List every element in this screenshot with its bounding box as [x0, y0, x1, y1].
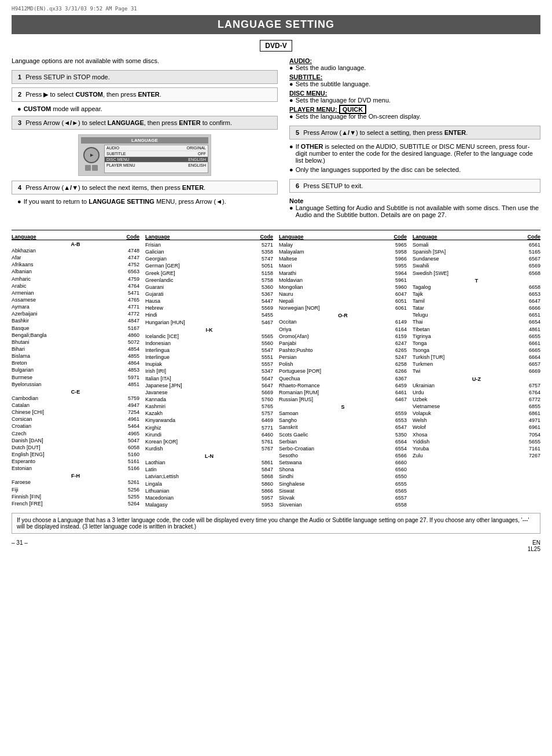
step-2-box: 2 Press ▶ to select CUSTOM, then press E… — [12, 87, 278, 102]
only-bullet: ● Only the languages supported by the di… — [289, 166, 540, 173]
note-section: Note ● Language Setting for Audio and Su… — [289, 197, 540, 218]
intro-text: Language options are not available with … — [12, 57, 278, 64]
player-menu-bullet: Sets the language for the On-screen disp… — [296, 113, 421, 120]
player-menu-label: PLAYER MENU: — [289, 106, 339, 113]
lang-col-1: Language Code A-B Abkhazian4748 Afar4747… — [12, 234, 139, 508]
step-5-box: 5 Press Arrow (▲/▼) to select a setting,… — [289, 126, 540, 140]
note-label: Note — [289, 197, 540, 204]
step-3-text: Press Arrow (◄/►) to select LANGUAGE, th… — [25, 119, 232, 126]
step-1-text: Press SETUP in STOP mode. — [25, 74, 110, 80]
page-title: LANGUAGE SETTING — [12, 15, 540, 34]
disc-menu-section: DISC MENU: ● Sets the language for DVD m… — [289, 90, 540, 104]
step-3-box: 3 Press Arrow (◄/►) to select LANGUAGE, … — [12, 116, 278, 130]
device-mockup: LANGUAGE ▶ AUDIOORIGINAL SUBTITLEOFF DIS… — [78, 134, 211, 176]
page-code: EN 1L25 — [528, 540, 540, 552]
only-text: Only the languages supported by the disc… — [296, 166, 461, 173]
language-table-section: Language Code A-B Abkhazian4748 Afar4747… — [12, 230, 540, 508]
step-2-num: 2 — [18, 91, 21, 98]
lang-col-2: Language Code Frisian5271 Galician5358 G… — [145, 234, 273, 508]
other-bullet: ● If OTHER is selected on the AUDIO, SUB… — [289, 143, 540, 164]
dvd-badge: DVD-V — [260, 40, 292, 52]
audio-label: AUDIO: — [289, 57, 312, 64]
subtitle-bullet: Sets the subtitle language. — [296, 80, 371, 87]
subtitle-label: SUBTITLE: — [289, 74, 322, 80]
page-number: – 31 – — [12, 540, 28, 552]
audio-section: AUDIO: ● Sets the audio language. — [289, 57, 540, 71]
disc-menu-bullet: Sets the language for DVD menu. — [296, 97, 391, 104]
custom-bullet: ● CUSTOM mode will appear. — [17, 105, 278, 112]
lang-col-3: Language Code Malay5965 Malayalam5958 Ma… — [279, 234, 407, 508]
step-3-num: 3 — [18, 119, 21, 126]
step-4-num: 4 — [18, 184, 21, 191]
step-5-text: Press Arrow (▲/▼) to select a setting, t… — [303, 129, 468, 136]
step-6-box: 6 Press SETUP to exit. — [289, 179, 540, 193]
page-footer: – 31 – EN 1L25 — [12, 540, 540, 552]
audio-bullet: Sets the audio language. — [296, 64, 366, 71]
step-1-box: 1 Press SETUP in STOP mode. — [12, 70, 278, 84]
subtitle-section: SUBTITLE: ● Sets the subtitle language. — [289, 74, 540, 87]
step-6-num: 6 — [296, 182, 299, 189]
step-4-text: Press Arrow (▲/▼) to select the next ite… — [25, 184, 205, 191]
step-5-num: 5 — [296, 129, 299, 136]
footer-note: If you choose a Language that has a 3 le… — [12, 513, 540, 534]
lang-col-4: Language Code Somali6561 Spanish [SPA]51… — [413, 234, 540, 508]
language-setting-bullet: ● If you want to return to LANGUAGE SETT… — [17, 198, 278, 205]
note-text: Language Setting for Audio and Subtitle … — [296, 204, 540, 218]
disc-menu-label: DISC MENU: — [289, 90, 327, 97]
player-menu-section: PLAYER MENU: QUICK ● Sets the language f… — [289, 106, 540, 120]
step-2-text: Press ▶ to select CUSTOM, then press ENT… — [25, 91, 161, 98]
page-header: H9412MD(EN).qx33 3/31/03 9:52 AM Page 31 — [12, 6, 540, 12]
step-6-text: Press SETUP to exit. — [303, 182, 363, 189]
step-4-box: 4 Press Arrow (▲/▼) to select the next i… — [12, 181, 278, 194]
step-1-num: 1 — [18, 74, 21, 80]
